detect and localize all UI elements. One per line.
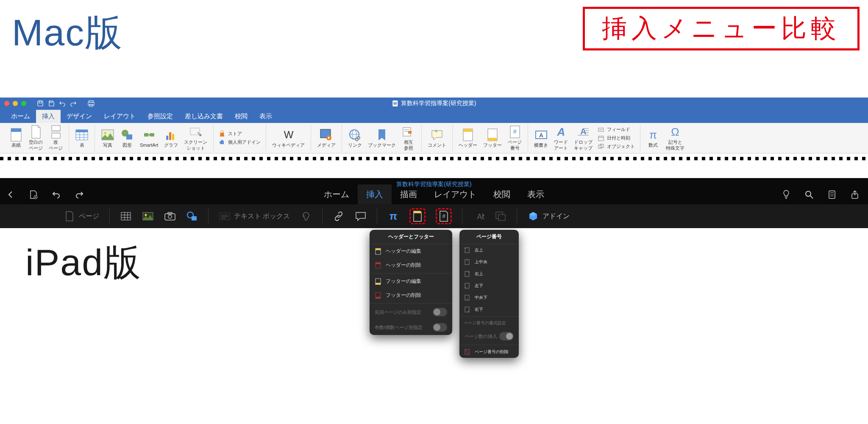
- screenshot-button[interactable]: スクリーン ショット: [181, 124, 210, 151]
- back-button[interactable]: [5, 189, 16, 200]
- ipad-equation-button[interactable]: π: [387, 210, 399, 222]
- tab-home[interactable]: ホーム: [5, 110, 36, 123]
- undo-icon[interactable]: [58, 100, 66, 107]
- ipad-page-button[interactable]: ページ: [64, 210, 99, 222]
- position-bottom-right[interactable]: 右下: [459, 304, 519, 315]
- page-number-button[interactable]: #ページ 番号: [505, 124, 524, 151]
- mac-ribbon-tabs: ホーム 挿入 デザイン レイアウト 参照設定 差し込み文書 校閲 表示: [0, 109, 868, 123]
- edit-header-item[interactable]: ヘッダーの編集: [370, 244, 452, 258]
- redo-button[interactable]: [74, 189, 85, 200]
- text-box-button[interactable]: A横書き: [531, 127, 551, 149]
- remove-footer-item[interactable]: フッターの削除: [370, 288, 452, 302]
- tab-layout[interactable]: レイアウト: [98, 110, 142, 123]
- ipad-footnote-button[interactable]: Ab1: [473, 210, 484, 222]
- tab-references[interactable]: 参照設定: [142, 110, 179, 123]
- ipad-header-footer-button[interactable]: [412, 210, 423, 222]
- ipad-tab-home[interactable]: ホーム: [315, 184, 358, 204]
- chart-icon: [164, 128, 178, 142]
- file-button[interactable]: [28, 189, 39, 200]
- wordart-button[interactable]: Aワード アート: [551, 124, 570, 151]
- shapes-button[interactable]: 図形: [118, 127, 136, 149]
- remove-header-item[interactable]: ヘッダーの削除: [370, 258, 452, 272]
- print-icon[interactable]: [87, 100, 95, 107]
- minimize-button[interactable]: [13, 101, 18, 106]
- ipad-addins-button[interactable]: アドイン: [527, 210, 570, 222]
- equation-button[interactable]: π数式: [644, 127, 662, 149]
- cross-reference-button[interactable]: 相互 参照: [399, 124, 418, 151]
- remove-page-numbers[interactable]: ページ番号の削除: [459, 346, 519, 358]
- ipad-page-number-button[interactable]: #: [438, 210, 450, 222]
- ipad-tab-view[interactable]: 表示: [519, 184, 553, 204]
- comment-button[interactable]: +コメント: [425, 127, 449, 149]
- svg-rect-27: [190, 128, 200, 135]
- svg-rect-8: [11, 128, 21, 132]
- tell-me-button[interactable]: [781, 189, 792, 200]
- tab-review[interactable]: 校閲: [229, 110, 253, 123]
- footer-button[interactable]: フッター: [481, 127, 504, 149]
- svg-point-83: [168, 215, 172, 218]
- edit-footer-item[interactable]: フッターの編集: [370, 274, 452, 288]
- text-box-icon: [219, 210, 231, 222]
- ipad-pictures-button[interactable]: [142, 210, 154, 222]
- chart-button[interactable]: グラフ: [161, 127, 181, 149]
- pictures-button[interactable]: 写真: [98, 127, 117, 149]
- search-button[interactable]: [804, 189, 815, 200]
- tab-insert[interactable]: 挿入: [36, 110, 61, 123]
- field-button[interactable]: フィールド: [596, 126, 637, 134]
- ipad-link-button[interactable]: [333, 210, 345, 222]
- reading-mode-button[interactable]: [826, 189, 837, 200]
- ipad-tab-insert[interactable]: 挿入: [358, 184, 392, 204]
- page-number-format[interactable]: ページ番号の書式設定: [459, 318, 519, 329]
- my-addins-button[interactable]: 個人用アドイン: [217, 139, 262, 146]
- undo-button[interactable]: [51, 189, 62, 200]
- link-icon: [348, 128, 362, 142]
- table-button[interactable]: 表: [72, 127, 91, 149]
- svg-text:π: π: [649, 128, 657, 141]
- position-top-left[interactable]: 左上: [459, 244, 519, 256]
- ipad-camera-button[interactable]: [164, 210, 176, 222]
- text-box-icon: A: [534, 128, 548, 142]
- insert-page-count-toggle[interactable]: ページ数の挿入: [459, 329, 519, 344]
- link-button[interactable]: リンク: [345, 127, 364, 149]
- share-button[interactable]: [849, 189, 860, 200]
- bookmark-button[interactable]: ブックマーク: [365, 127, 398, 149]
- smartart-button[interactable]: SmartArt: [137, 127, 161, 149]
- redo-icon[interactable]: [70, 100, 77, 107]
- header-button[interactable]: ヘッダー: [456, 127, 480, 149]
- ipad-pages-button[interactable]: [495, 210, 506, 222]
- tab-design[interactable]: デザイン: [61, 110, 98, 123]
- date-time-button[interactable]: 日付と時刻: [596, 134, 637, 142]
- page-break-button[interactable]: 改 ページ: [46, 124, 65, 151]
- autosave-icon[interactable]: [36, 100, 44, 107]
- tab-view[interactable]: 表示: [253, 110, 278, 123]
- odd-even-different-toggle[interactable]: 奇数/偶数ページ別指定: [370, 320, 452, 335]
- svg-rect-25: [169, 132, 171, 140]
- drop-cap-button[interactable]: Aドロップ キャップ: [571, 124, 595, 151]
- link-icon: [333, 210, 345, 222]
- blank-page-button[interactable]: 空白の ページ: [26, 124, 45, 151]
- maximize-button[interactable]: [21, 101, 26, 106]
- cover-page-button[interactable]: 表紙: [7, 127, 25, 149]
- ipad-tab-review[interactable]: 校閲: [485, 184, 519, 204]
- shapes-icon: [120, 128, 134, 142]
- object-button[interactable]: オブジェクト: [596, 143, 637, 151]
- first-page-different-toggle[interactable]: 先頭ページのみ別指定: [370, 304, 452, 320]
- save-icon[interactable]: [47, 100, 55, 107]
- position-top-center[interactable]: 上中央: [459, 256, 519, 268]
- media-button[interactable]: メディア: [314, 127, 338, 149]
- ipad-icons-button[interactable]: [300, 210, 312, 222]
- ipad-shapes-button[interactable]: [186, 210, 198, 222]
- ipad-textbox-button[interactable]: テキスト ボックス: [219, 210, 290, 222]
- tab-mailings[interactable]: 差し込み文書: [179, 110, 229, 123]
- position-top-right[interactable]: 右上: [459, 268, 519, 280]
- wikipedia-button[interactable]: Wウィキペディア: [270, 127, 307, 149]
- ipad-comment-button[interactable]: +: [355, 210, 367, 222]
- svg-point-111: [468, 272, 469, 273]
- svg-point-109: [467, 260, 467, 261]
- ipad-table-button[interactable]: [120, 210, 132, 222]
- position-bottom-left[interactable]: 左下: [459, 280, 519, 292]
- close-button[interactable]: [4, 101, 9, 106]
- position-bottom-center[interactable]: 中央下: [459, 292, 519, 304]
- symbol-button[interactable]: Ω記号と 特殊文字: [663, 124, 687, 151]
- store-button[interactable]: ストア: [217, 130, 262, 138]
